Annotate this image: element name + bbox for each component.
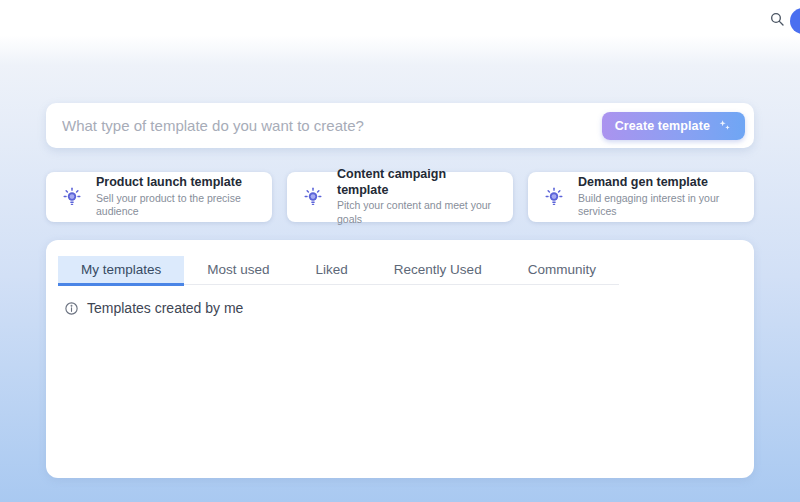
card-text: Product launch template Sell your produc… — [96, 175, 257, 219]
top-bar — [0, 0, 800, 36]
tab-liked[interactable]: Liked — [293, 256, 371, 284]
tab-recently-used[interactable]: Recently Used — [371, 256, 505, 284]
templates-panel: My templates Most used Liked Recently Us… — [46, 240, 754, 478]
card-title: Demand gen template — [578, 175, 739, 191]
card-text: Content campaign template Pitch your con… — [337, 167, 498, 227]
lightbulb-icon — [61, 186, 83, 208]
suggestion-card-product-launch[interactable]: Product launch template Sell your produc… — [46, 172, 272, 222]
create-template-button[interactable]: Create template — [602, 112, 745, 140]
card-text: Demand gen template Build engaging inter… — [578, 175, 739, 219]
empty-state-row: Templates created by me — [64, 300, 742, 316]
search-icon — [769, 11, 785, 27]
info-icon — [64, 301, 79, 316]
template-prompt-input[interactable] — [62, 117, 602, 134]
avatar[interactable] — [790, 8, 800, 34]
template-prompt-bar: Create template — [46, 103, 754, 148]
lightbulb-icon — [543, 186, 565, 208]
suggestion-cards: Product launch template Sell your produc… — [46, 172, 754, 222]
search-button[interactable] — [768, 10, 786, 28]
card-title: Product launch template — [96, 175, 257, 191]
card-subtitle: Build engaging interest in your services — [578, 192, 739, 219]
templates-tab-bar: My templates Most used Liked Recently Us… — [58, 256, 619, 285]
card-title: Content campaign template — [337, 167, 498, 198]
tab-most-used[interactable]: Most used — [184, 256, 292, 284]
empty-state-message: Templates created by me — [87, 300, 243, 316]
suggestion-card-content-campaign[interactable]: Content campaign template Pitch your con… — [287, 172, 513, 222]
card-subtitle: Sell your product to the precise audienc… — [96, 192, 257, 219]
suggestion-card-demand-gen[interactable]: Demand gen template Build engaging inter… — [528, 172, 754, 222]
create-template-label: Create template — [615, 119, 710, 133]
sparkles-icon — [717, 118, 732, 133]
card-subtitle: Pitch your content and meet your goals — [337, 199, 498, 226]
lightbulb-icon — [302, 186, 324, 208]
tab-community[interactable]: Community — [505, 256, 619, 284]
tab-my-templates[interactable]: My templates — [58, 256, 184, 284]
